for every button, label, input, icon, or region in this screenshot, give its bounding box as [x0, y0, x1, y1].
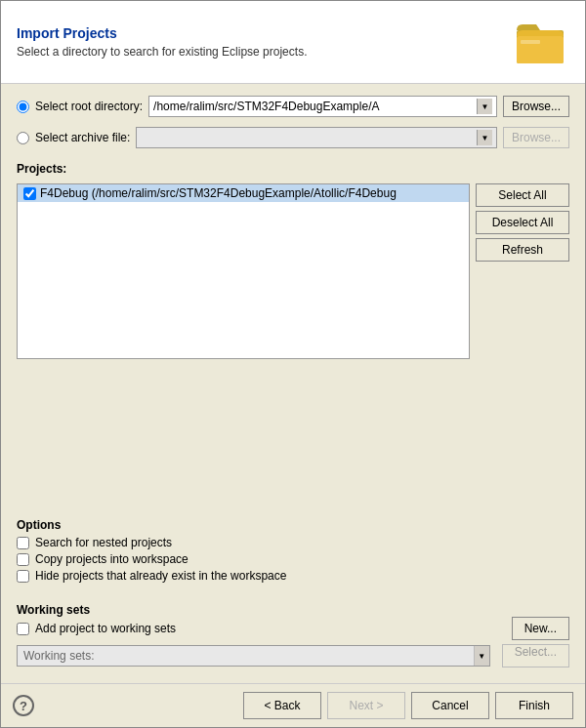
- options-label: Options: [17, 518, 569, 532]
- working-sets-select-row: Working sets: ▼ Select...: [17, 644, 569, 667]
- footer-buttons: < Back Next > Cancel Finish: [243, 692, 573, 719]
- hide-projects-row: Hide projects that already exist in the …: [17, 569, 569, 583]
- hide-projects-checkbox[interactable]: [17, 570, 29, 583]
- working-sets-label: Working sets: [17, 603, 569, 617]
- project-item: F4Debug (/home/ralim/src/STM32F4DebugExa…: [18, 184, 469, 202]
- dialog-content: Select root directory: /home/ralim/src/S…: [1, 84, 585, 683]
- nested-projects-label: Search for nested projects: [35, 536, 172, 549]
- archive-file-row: Select archive file: ▼ Browse...: [17, 127, 569, 148]
- archive-file-label: Select archive file:: [35, 131, 130, 144]
- refresh-button[interactable]: Refresh: [476, 238, 569, 262]
- working-sets-add-row: Add project to working sets New...: [17, 617, 569, 640]
- root-directory-row: Select root directory: /home/ralim/src/S…: [17, 96, 569, 117]
- archive-file-browse-button: Browse...: [503, 127, 569, 148]
- projects-buttons: Select All Deselect All Refresh: [476, 183, 569, 503]
- back-button[interactable]: < Back: [243, 692, 321, 719]
- working-sets-select-button: Select...: [502, 644, 569, 667]
- projects-list[interactable]: F4Debug (/home/ralim/src/STM32F4DebugExa…: [17, 183, 470, 359]
- dialog-footer: ? < Back Next > Cancel Finish: [1, 683, 585, 727]
- projects-area: F4Debug (/home/ralim/src/STM32F4DebugExa…: [17, 183, 569, 503]
- archive-file-radio[interactable]: [17, 132, 29, 144]
- archive-file-input[interactable]: ▼: [136, 127, 497, 148]
- import-projects-dialog: Import Projects Select a directory to se…: [0, 0, 586, 728]
- footer-left: ?: [13, 695, 237, 716]
- working-sets-combo-label: Working sets:: [18, 647, 474, 665]
- root-directory-radio[interactable]: [17, 101, 29, 113]
- copy-projects-label: Copy projects into workspace: [35, 552, 188, 566]
- hide-projects-label: Hide projects that already exist in the …: [35, 569, 286, 583]
- cancel-button[interactable]: Cancel: [411, 692, 489, 719]
- projects-section-label: Projects:: [17, 162, 569, 176]
- root-directory-browse-button[interactable]: Browse...: [503, 96, 569, 117]
- copy-projects-checkbox[interactable]: [17, 553, 29, 566]
- folder-icon: [511, 13, 569, 71]
- finish-button[interactable]: Finish: [495, 692, 573, 719]
- dialog-subtitle: Select a directory to search for existin…: [17, 45, 511, 59]
- project-name: F4Debug (/home/ralim/src/STM32F4DebugExa…: [40, 186, 397, 200]
- working-sets-combo[interactable]: Working sets: ▼: [17, 645, 490, 667]
- nested-projects-checkbox[interactable]: [17, 537, 29, 549]
- working-sets-combo-arrow[interactable]: ▼: [474, 646, 489, 666]
- options-section: Options Search for nested projects Copy …: [17, 514, 569, 586]
- add-to-working-sets-label: Add project to working sets: [35, 622, 176, 635]
- working-sets-new-button[interactable]: New...: [512, 617, 569, 640]
- copy-projects-row: Copy projects into workspace: [17, 552, 569, 566]
- root-directory-input[interactable]: /home/ralim/src/STM32F4DebugExample/A ▼: [148, 96, 497, 117]
- select-all-button[interactable]: Select All: [476, 183, 569, 207]
- dialog-title: Import Projects: [17, 25, 511, 41]
- help-icon[interactable]: ?: [13, 695, 34, 716]
- archive-file-dropdown-arrow[interactable]: ▼: [477, 130, 492, 145]
- svg-rect-2: [521, 40, 540, 44]
- header-text: Import Projects Select a directory to se…: [17, 25, 511, 59]
- dialog-header: Import Projects Select a directory to se…: [1, 1, 585, 84]
- deselect-all-button[interactable]: Deselect All: [476, 211, 569, 234]
- nested-projects-row: Search for nested projects: [17, 536, 569, 549]
- next-button: Next >: [327, 692, 405, 719]
- working-sets-section: Working sets Add project to working sets…: [17, 599, 569, 671]
- root-directory-label: Select root directory:: [35, 100, 143, 113]
- project-checkbox[interactable]: [23, 187, 36, 200]
- add-to-working-sets-checkbox[interactable]: [17, 623, 29, 635]
- root-directory-dropdown-arrow[interactable]: ▼: [477, 99, 492, 114]
